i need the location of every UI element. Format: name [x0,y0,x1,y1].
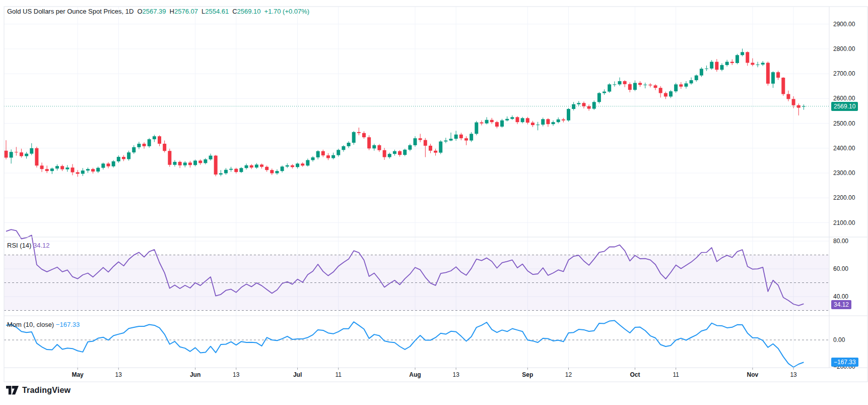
mom-legend[interactable]: Mom (10, close) −167.33 [7,321,80,328]
tradingview-logo[interactable]: TradingView [6,386,71,395]
rsi-legend[interactable]: RSI (14) 34.12 [7,242,50,249]
ohlc-key: C [232,8,237,15]
price-legend[interactable]: Gold US Dollars per Ounce Spot Prices, 1… [7,8,309,15]
chart-canvas[interactable] [0,0,868,405]
ohlc-value: 2567.39 [143,8,166,15]
ohlc-value: 2569.10 [237,8,261,15]
symbol-title[interactable]: Gold US Dollars per Ounce Spot Prices, 1… [7,8,133,15]
ohlc-key: O [137,8,142,15]
tradingview-logo-text: TradingView [22,386,71,395]
ohlc-value: +1.70 (+0.07%) [264,8,310,15]
chart-root: Gold US Dollars per Ounce Spot Prices, 1… [0,0,868,405]
ohlc-value: 2576.07 [174,8,198,15]
ohlc-value: 2554.61 [205,8,229,15]
rsi-value: 34.12 [33,242,50,249]
rsi-label[interactable]: RSI (14) [7,242,31,249]
ohlc-key: H [170,8,174,15]
mom-value: −167.33 [56,321,80,328]
tradingview-logo-icon [6,386,19,395]
ohlc-values: O2567.39H2576.07L2554.61C2569.10+1.70 (+… [133,8,309,15]
mom-label[interactable]: Mom (10, close) [7,321,54,328]
